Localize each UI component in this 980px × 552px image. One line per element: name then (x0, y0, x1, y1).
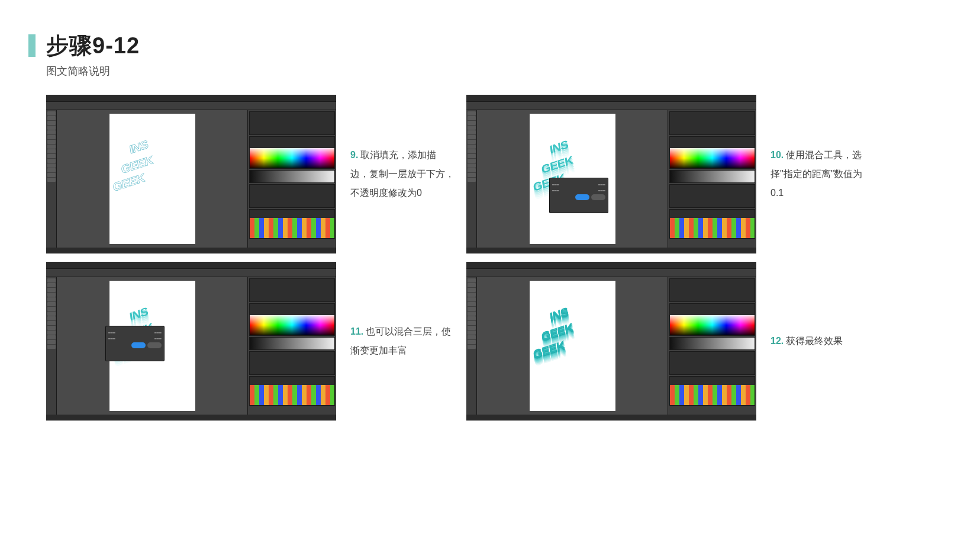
canvas: INS GEEK GEEK ━━━━━━ ━━━━━━ (477, 110, 668, 248)
blend-options-dialog: ━━━━━━ ━━━━━━ (105, 326, 165, 361)
statusbar (466, 248, 756, 253)
page-subtitle: 图文简略说明 (46, 64, 110, 78)
cancel-button[interactable] (147, 342, 162, 348)
step-number: 11. (350, 326, 363, 336)
app-toolbar (46, 102, 336, 110)
steps-grid: INS GEEK GEEK 9.取消填充，添加描边，复制一层放于下方，不透明度修… (46, 95, 875, 421)
step-text: 使用混合工具，选择"指定的距离"数值为0.1 (771, 150, 862, 198)
page-title: 步骤9-12 (46, 31, 140, 61)
step-text: 也可以混合三层，使渐变更加丰富 (350, 326, 451, 355)
gradient-panel (249, 337, 335, 350)
app-menubar (46, 95, 336, 102)
artwork-outline: INS GEEK GEEK (113, 140, 190, 217)
panels (247, 110, 336, 248)
ok-button[interactable] (575, 194, 589, 200)
color-picker-panel (669, 303, 755, 336)
swatches-panel (669, 209, 755, 239)
canvas: INS GEEK GEEK (477, 277, 668, 415)
gradient-panel (669, 337, 755, 350)
canvas: INS GEEK GEEK ━━━━━━ ━━━━━━ (57, 277, 247, 415)
swatches-panel (669, 376, 755, 406)
tool-palette (466, 277, 477, 415)
swatches-panel (249, 209, 335, 239)
color-picker-panel (249, 303, 335, 336)
gradient-panel (669, 170, 755, 183)
step-9-caption: 9.取消填充，添加描边，复制一层放于下方，不透明度修改为0 (348, 146, 454, 203)
tool-palette (46, 277, 57, 415)
color-picker-panel (249, 136, 335, 169)
accent-bar (28, 34, 36, 57)
art-row-1: INS (549, 138, 569, 157)
app-menubar (466, 95, 756, 102)
app-toolbar (466, 102, 756, 110)
step-number: 9. (350, 150, 358, 160)
color-picker-panel (669, 136, 755, 169)
app-toolbar (46, 269, 336, 277)
cancel-button[interactable] (591, 194, 605, 200)
step-number: 10. (771, 150, 784, 160)
statusbar (466, 415, 756, 421)
step-number: 12. (771, 336, 784, 346)
statusbar (46, 415, 336, 421)
art-row-1: INS (549, 305, 569, 324)
artboard: INS GEEK GEEK (530, 281, 615, 411)
gradient-panel (249, 170, 335, 183)
panels (668, 110, 756, 248)
ok-button[interactable] (131, 342, 146, 348)
panels (247, 277, 336, 415)
tool-palette (46, 110, 57, 248)
panel-generic (669, 278, 755, 302)
step-text: 取消填充，添加描边，复制一层放于下方，不透明度修改为0 (350, 150, 454, 198)
panel-generic (249, 351, 335, 375)
step-12-screenshot: INS GEEK GEEK (466, 262, 756, 421)
step-10-caption: 10.使用混合工具，选择"指定的距离"数值为0.1 (768, 146, 875, 203)
panel-generic (669, 184, 755, 208)
statusbar (46, 248, 336, 253)
step-9-screenshot: INS GEEK GEEK (46, 95, 336, 253)
panel-generic (249, 111, 335, 135)
artboard: INS GEEK GEEK (109, 114, 195, 244)
swatches-panel (249, 376, 335, 406)
canvas: INS GEEK GEEK (57, 110, 247, 248)
step-12-caption: 12.获得最终效果 (768, 332, 875, 351)
step-11-screenshot: INS GEEK GEEK ━━━━━━ ━━━━━━ (46, 262, 336, 421)
app-menubar (466, 262, 756, 269)
step-11-caption: 11.也可以混合三层，使渐变更加丰富 (348, 322, 454, 360)
tool-palette (466, 110, 477, 248)
panel-generic (249, 184, 335, 208)
artwork-final: INS GEEK GEEK (533, 307, 610, 384)
art-row-3: GEEK (532, 338, 565, 361)
art-row-3: GEEK (112, 171, 145, 194)
app-menubar (46, 262, 336, 269)
panel-generic (249, 278, 335, 302)
art-row-1: INS (128, 138, 149, 157)
step-text: 获得最终效果 (786, 336, 843, 346)
app-toolbar (466, 269, 756, 277)
art-row-1: INS (128, 305, 149, 324)
panels (668, 277, 756, 415)
panel-generic (669, 351, 755, 375)
step-10-screenshot: INS GEEK GEEK ━━━━━━ ━━━━━━ (466, 95, 756, 253)
blend-options-dialog: ━━━━━━ ━━━━━━ (549, 178, 608, 213)
panel-generic (669, 111, 755, 135)
